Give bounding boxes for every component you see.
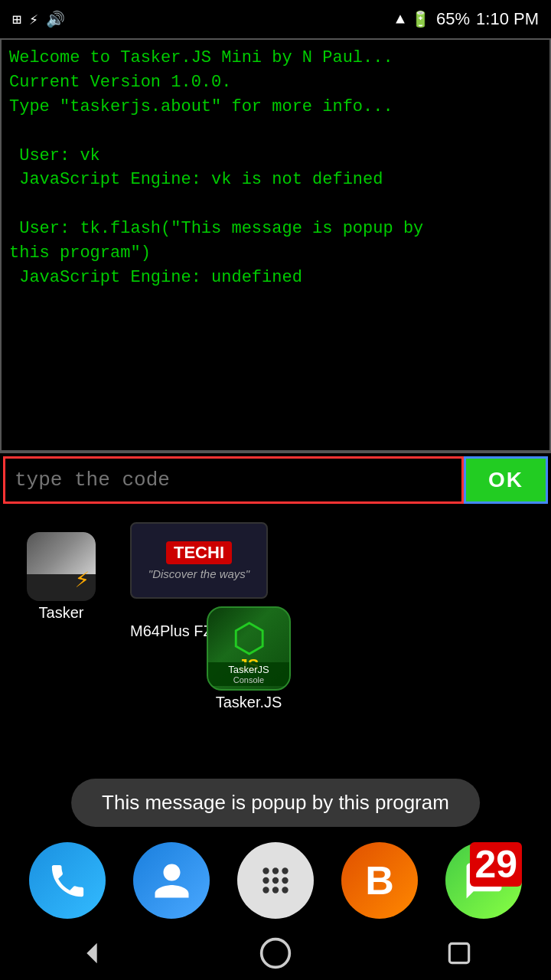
nav-bar (0, 926, 551, 980)
svg-point-4 (272, 877, 279, 884)
battery-icon: 🔋 (411, 10, 430, 29)
tasker-app-label: Tasker (39, 604, 84, 622)
apps-dock-icon[interactable] (237, 842, 314, 919)
phone-dock-icon[interactable] (29, 842, 106, 919)
battery-percentage: 65% (436, 9, 470, 29)
terminal-window: Welcome to Tasker.JS Mini by N Paul... C… (0, 38, 551, 452)
taskerjs-console-label: TaskerJS Console (208, 662, 289, 686)
code-input[interactable] (3, 456, 464, 504)
status-bar: ⊞ ⚡ 🔊 ▲ 🔋 65% 1:10 PM (0, 0, 551, 38)
signal-icon: ▲ (396, 11, 405, 28)
m64-subtitle: "Discover the ways" (148, 567, 249, 580)
m64plus-app-icon[interactable]: TECHI "Discover the ways" (130, 522, 268, 599)
svg-point-5 (282, 877, 288, 884)
recents-button[interactable] (436, 930, 482, 976)
svg-point-8 (282, 887, 288, 893)
taskerjs-app-label: Tasker.JS (216, 694, 282, 711)
chat-badge: 29 (470, 842, 522, 887)
clock: 1:10 PM (476, 9, 539, 29)
m64-banner: TECHI (166, 541, 232, 564)
terminal-output: Welcome to Tasker.JS Mini by N Paul... C… (9, 46, 542, 290)
svg-point-0 (262, 867, 269, 874)
volume-icon: 🔊 (46, 10, 65, 29)
ok-button[interactable]: OK (464, 456, 548, 504)
svg-point-7 (272, 887, 279, 893)
flash-icon: ⚡ (29, 10, 38, 29)
svg-point-3 (262, 877, 269, 884)
svg-point-10 (262, 939, 290, 968)
bbm-dock-icon[interactable]: B (341, 842, 418, 919)
taskerjs-section: ⬡ JS TaskerJS Console Tasker.JS (207, 606, 291, 711)
svg-rect-11 (449, 943, 468, 962)
chat-dock-icon[interactable]: 29 (445, 842, 522, 919)
popup-message: This message is popup by this program (71, 779, 480, 827)
desktop: ⚡ Tasker TECHI "Discover the ways" M64Pl… (0, 507, 551, 980)
bbm-letter: B (365, 858, 394, 903)
contacts-dock-icon[interactable] (133, 842, 210, 919)
taskerjs-app-icon[interactable]: ⬡ JS TaskerJS Console (207, 606, 291, 691)
svg-point-1 (272, 867, 279, 874)
svg-marker-9 (86, 943, 96, 964)
input-area: OK (0, 452, 551, 507)
home-button[interactable] (253, 930, 298, 976)
m64-app-label: M64Plus FZ (130, 622, 213, 640)
tasker-app-icon[interactable]: ⚡ Tasker (15, 532, 107, 622)
tasker-lightning-icon: ⚡ (75, 564, 90, 595)
svg-point-2 (282, 867, 288, 874)
dock: B 29 (0, 835, 551, 926)
gallery-icon: ⊞ (12, 10, 21, 29)
back-button[interactable] (69, 930, 115, 976)
svg-point-6 (262, 887, 269, 893)
